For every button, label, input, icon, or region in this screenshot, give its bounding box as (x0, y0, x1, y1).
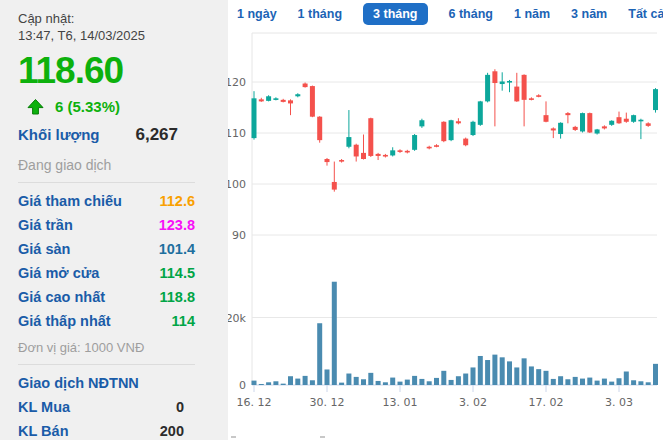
range-tabs: 1 ngày1 tháng3 tháng6 tháng1 năm3 nămTất… (228, 0, 663, 28)
price-detail-label: Giá trần (18, 217, 73, 233)
svg-text:20k: 20k (228, 312, 247, 325)
price-unit-note: Đơn vị giá: 1000 VNĐ (18, 340, 228, 355)
range-tab-3-tháng[interactable]: 3 tháng (363, 3, 427, 25)
price-detail-value: 123.8 (159, 217, 195, 233)
svg-text:100: 100 (228, 178, 246, 191)
price-detail-value: 112.6 (160, 193, 196, 209)
svg-text:90: 90 (232, 229, 246, 242)
trading-status: Đang giao dịch (18, 157, 228, 173)
svg-text:13. 01: 13. 01 (383, 396, 418, 409)
volume-label: Khối lượng (18, 126, 100, 143)
price-detail-row: Giá thấp nhất114 (18, 309, 228, 333)
update-block: Cập nhật: 13:47, T6, 14/03/2025 (18, 11, 228, 44)
range-tab-1-ngày[interactable]: 1 ngày (237, 3, 277, 25)
change-value: 6 (5.33%) (55, 98, 120, 115)
svg-text:120: 120 (228, 76, 246, 89)
stock-widget: Cập nhật: 13:47, T6, 14/03/2025 118.60 6… (0, 0, 663, 440)
chart-panel: 1 ngày1 tháng3 tháng6 tháng1 năm3 nămTất… (228, 0, 663, 440)
summary-sidebar: Cập nhật: 13:47, T6, 14/03/2025 118.60 6… (0, 0, 228, 440)
price-detail-row: Giá tham chiếu112.6 (18, 189, 228, 213)
range-tab-1-năm[interactable]: 1 năm (514, 3, 550, 25)
price-detail-list: Giá tham chiếu112.6Giá trần123.8Giá sàn1… (18, 189, 228, 333)
range-tab-6-tháng[interactable]: 6 tháng (449, 3, 493, 25)
svg-text:3. 03: 3. 03 (605, 396, 633, 409)
range-tab-tất-cả[interactable]: Tất cả (628, 3, 663, 25)
range-tab-group: 1 ngày1 tháng3 tháng6 tháng1 năm3 nămTất… (237, 3, 663, 25)
foreign-trading-row: KL Mua0 (18, 395, 228, 419)
foreign-row-label: KL Mua (18, 399, 70, 415)
price-detail-value: 114 (172, 313, 195, 329)
svg-text:16. 12: 16. 12 (237, 396, 272, 409)
price-detail-label: Giá tham chiếu (18, 193, 122, 209)
foreign-row-value: 200 (160, 423, 184, 439)
foreign-trading-list: KL Mua0KL Bán200 (18, 395, 228, 440)
price-detail-row: Giá mở cửa114.5 (18, 261, 228, 285)
volume-row: Khối lượng 6,267 (18, 125, 228, 145)
svg-text:30. 12: 30. 12 (310, 396, 345, 409)
divider (18, 182, 195, 183)
last-price: 118.60 (18, 52, 228, 91)
price-detail-label: Giá mở cửa (18, 265, 99, 281)
svg-text:17. 02: 17. 02 (529, 396, 564, 409)
volume-value: 6,267 (135, 125, 178, 145)
divider (18, 364, 195, 365)
price-detail-row: Giá cao nhất118.8 (18, 285, 228, 309)
price-detail-row: Giá sàn101.4 (18, 237, 228, 261)
price-detail-value: 101.4 (159, 241, 195, 257)
foreign-trading-header: Giao dịch NĐTNN (18, 371, 228, 395)
price-detail-value: 118.8 (160, 289, 196, 305)
price-detail-row: Giá trần123.8 (18, 213, 228, 237)
foreign-row-value: 0 (176, 399, 184, 415)
range-tab-3-năm[interactable]: 3 năm (571, 3, 607, 25)
price-detail-label: Giá sàn (18, 241, 70, 257)
price-change-row: 6 (5.33%) (27, 98, 228, 115)
price-volume-chart[interactable]: 1201101009020k016. 1230. 1213. 013. 0217… (228, 28, 663, 440)
price-detail-label: Giá cao nhất (18, 289, 105, 305)
price-detail-value: 114.5 (160, 265, 196, 281)
update-time: 13:47, T6, 14/03/2025 (18, 28, 228, 45)
arrow-up-icon (27, 99, 44, 115)
svg-text:3. 02: 3. 02 (459, 396, 487, 409)
update-label: Cập nhật: (18, 11, 228, 28)
foreign-trading-row: KL Bán200 (18, 419, 228, 440)
svg-text:0: 0 (239, 379, 246, 392)
svg-text:110: 110 (228, 127, 246, 140)
range-tab-1-tháng[interactable]: 1 tháng (298, 3, 342, 25)
price-detail-label: Giá thấp nhất (18, 313, 111, 329)
foreign-row-label: KL Bán (18, 423, 69, 439)
